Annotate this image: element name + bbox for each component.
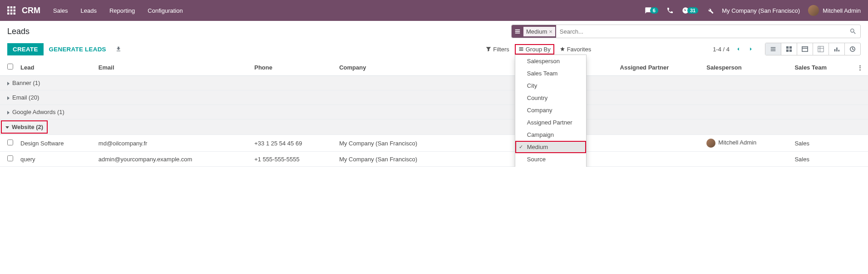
control-panel: Leads Medium × CREATE GENERATE LEADS Fil…	[0, 21, 868, 59]
groupby-option[interactable]: Salesperson	[515, 55, 586, 67]
col-email[interactable]: Email	[95, 59, 251, 76]
col-phone[interactable]: Phone	[251, 59, 335, 76]
star-icon	[560, 46, 565, 52]
svg-rect-19	[836, 48, 838, 52]
main-menu: Sales Leads Reporting Configuration	[53, 7, 183, 14]
groupby-option[interactable]: Source	[515, 153, 586, 165]
col-company[interactable]: Company	[335, 59, 467, 76]
generate-leads-button[interactable]: GENERATE LEADS	[44, 43, 112, 55]
svg-rect-5	[14, 10, 16, 12]
top-nav: CRM Sales Leads Reporting Configuration …	[0, 0, 868, 21]
view-kanban[interactable]	[781, 43, 797, 55]
view-switcher	[765, 43, 861, 55]
col-lead[interactable]: Lead	[17, 59, 95, 76]
company-switch[interactable]: My Company (San Francisco)	[722, 7, 800, 14]
col-team[interactable]: Sales Team	[791, 59, 852, 76]
groupby-option[interactable]: Company	[515, 104, 586, 116]
cell-lead: query	[17, 152, 95, 167]
view-graph[interactable]	[829, 43, 845, 55]
chat-badge: 6	[650, 7, 658, 14]
col-salesperson[interactable]: Salesperson	[703, 59, 791, 76]
table-row[interactable]: queryadmin@yourcompany.example.com+1 555…	[0, 152, 868, 167]
wrench-icon[interactable]	[706, 7, 714, 14]
cell-lead: Design Software	[17, 135, 95, 152]
groupby-option[interactable]: Assigned Partner	[515, 116, 586, 129]
search-input[interactable]	[556, 28, 849, 35]
row-checkbox[interactable]	[7, 139, 13, 145]
favorites-button[interactable]: Favorites	[556, 44, 595, 55]
search-facet: Medium ×	[512, 25, 556, 38]
search-icon[interactable]	[849, 28, 857, 35]
cell-salesperson: Mitchell Admin	[703, 135, 791, 152]
cell-email: md@oilcompany.fr	[95, 135, 251, 152]
cell-phone: +33 1 25 54 45 69	[251, 135, 335, 152]
svg-rect-13	[802, 47, 808, 52]
user-name: Mitchell Admin	[823, 7, 861, 14]
svg-rect-3	[7, 10, 10, 12]
avatar-icon	[706, 139, 715, 148]
table-row[interactable]: Design Softwaremd@oilcompany.fr+33 1 25 …	[0, 135, 868, 152]
activity-button[interactable]: 31	[682, 7, 698, 14]
group-row[interactable]: Banner (1)	[0, 76, 868, 90]
cell-salesperson	[703, 152, 791, 167]
apps-icon[interactable]	[7, 6, 15, 15]
group-row[interactable]: Website (2)	[0, 120, 868, 135]
leads-table: Lead Email Phone Company Country Assigne…	[0, 59, 868, 167]
list-icon	[518, 46, 524, 52]
svg-rect-0	[7, 6, 10, 9]
svg-rect-8	[14, 13, 16, 15]
pager-text[interactable]: 1-4 / 4	[713, 46, 730, 53]
search-box[interactable]: Medium ×	[511, 25, 861, 38]
pager-prev[interactable]	[735, 46, 741, 52]
view-list[interactable]	[765, 43, 781, 55]
facet-remove[interactable]: ×	[549, 28, 552, 35]
avatar-icon	[808, 5, 819, 16]
svg-rect-10	[789, 46, 792, 49]
create-button[interactable]: CREATE	[7, 43, 44, 55]
page-title: Leads	[7, 27, 30, 36]
chat-button[interactable]: 6	[645, 7, 658, 14]
cell-partner	[616, 135, 703, 152]
groupby-option[interactable]: ✓Medium	[515, 141, 586, 153]
pager-next[interactable]	[748, 46, 754, 52]
groupby-option[interactable]: Campaign	[515, 129, 586, 141]
select-all-checkbox[interactable]	[7, 64, 13, 70]
cell-company: My Company (San Francisco)	[335, 152, 467, 167]
view-activity[interactable]	[845, 43, 860, 55]
menu-leads[interactable]: Leads	[81, 7, 97, 14]
cell-partner	[616, 152, 703, 167]
groupby-option[interactable]: City	[515, 80, 586, 92]
svg-rect-9	[786, 46, 789, 49]
user-menu[interactable]: Mitchell Admin	[808, 5, 861, 16]
groupby-option[interactable]: Country	[515, 92, 586, 104]
svg-rect-18	[834, 49, 836, 51]
brand[interactable]: CRM	[22, 6, 40, 15]
cell-company: My Company (San Francisco)	[335, 135, 467, 152]
svg-rect-1	[10, 6, 13, 9]
cell-email: admin@yourcompany.example.com	[95, 152, 251, 167]
view-pivot[interactable]	[813, 43, 829, 55]
filters-button[interactable]: Filters	[482, 44, 513, 55]
cell-phone: +1 555-555-5555	[251, 152, 335, 167]
svg-rect-20	[838, 50, 840, 52]
menu-configuration[interactable]: Configuration	[148, 7, 182, 14]
col-partner[interactable]: Assigned Partner	[616, 59, 703, 76]
menu-reporting[interactable]: Reporting	[109, 7, 135, 14]
view-calendar[interactable]	[797, 43, 813, 55]
activity-badge: 31	[687, 7, 698, 14]
facet-label: Medium	[526, 28, 547, 35]
svg-rect-11	[786, 50, 789, 52]
import-icon[interactable]	[115, 46, 122, 52]
phone-icon[interactable]	[666, 7, 674, 14]
svg-rect-12	[789, 50, 792, 52]
groupby-button[interactable]: Group By	[515, 44, 554, 55]
svg-rect-6	[7, 13, 10, 15]
cell-team: Sales	[791, 135, 852, 152]
cell-team: Sales	[791, 152, 852, 167]
group-row[interactable]: Email (20)	[0, 90, 868, 105]
group-row[interactable]: Google Adwords (1)	[0, 105, 868, 120]
col-options[interactable]: ⋮	[852, 59, 868, 76]
groupby-option[interactable]: Sales Team	[515, 67, 586, 80]
row-checkbox[interactable]	[7, 155, 13, 161]
menu-sales[interactable]: Sales	[53, 7, 68, 14]
